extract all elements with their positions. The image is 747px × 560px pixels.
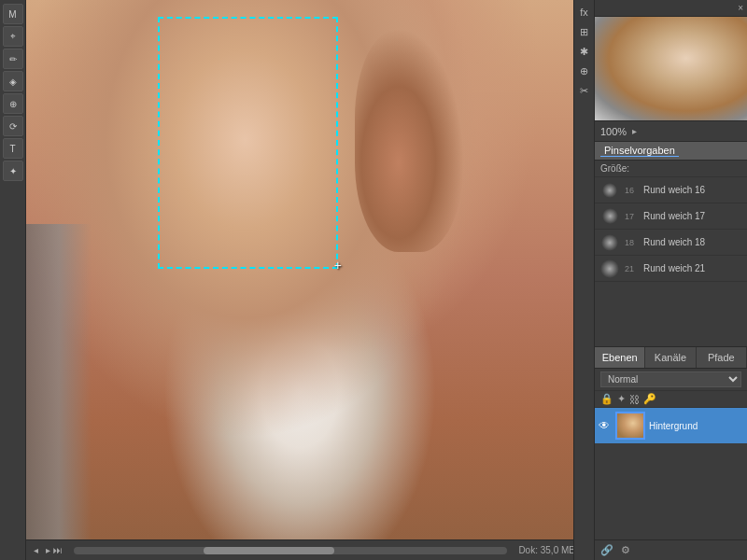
zoom-row: 100% ▸ [595, 121, 747, 142]
brush-item-18[interactable]: 18Rund weich 18 [595, 230, 747, 256]
brush-label-21: Rund weich 21 [643, 263, 705, 273]
brush-label-17: Rund weich 17 [643, 211, 705, 221]
tab-pfade[interactable]: Pfade [697, 347, 747, 368]
tool-clone[interactable]: ◈ [3, 71, 23, 91]
right-panel-bottom: 🔗 ⚙ [595, 539, 747, 560]
layer-row-hintergrund[interactable]: 👁 Hintergrund [595, 408, 747, 443]
tool-pen[interactable]: ✦ [3, 161, 23, 181]
doc-info: Dok: 35,0 MB/35,0 MB [518, 545, 573, 555]
canvas-background: + [26, 0, 573, 560]
thumbnail-bar: × [595, 0, 747, 17]
layers-panel: Ebenen Kanäle Pfade Normal 🔒 ✦ ⛓ 🔑 👁 Hin… [595, 347, 747, 539]
tool-type[interactable]: T [3, 138, 23, 159]
brush-preview-16 [600, 181, 619, 200]
status-arrow-left[interactable]: ◂ [34, 545, 38, 555]
play-button[interactable]: ▸ [46, 545, 50, 555]
layer-thumbnail [615, 412, 645, 440]
brush-size-row: Größe: [595, 161, 747, 177]
brush-item-16[interactable]: 16Rund weich 16 [595, 177, 747, 203]
skip-button[interactable]: ⏭ [53, 545, 63, 555]
brush-num-17: 17 [625, 212, 638, 221]
brush-preview-17 [600, 207, 619, 226]
tool-brush[interactable]: ✏ [3, 49, 23, 69]
options-icon[interactable]: ⚙ [621, 544, 630, 556]
brush-size-label: Größe: [600, 163, 629, 174]
brush-item-21[interactable]: 21Rund weich 21 [595, 256, 747, 282]
canvas-area[interactable]: + ◂ ▸ ⏭ Dok: 35,0 MB/35,0 MB [26, 0, 573, 560]
link-icon[interactable]: 🔗 [600, 544, 613, 556]
zoom-value: 100% [600, 126, 627, 137]
face-left-edge [26, 224, 92, 560]
brush-panel-header: Pinselvorgaben [595, 142, 747, 161]
canvas-right-toolbar: fx ⊞ ✱ ⊕ ✂ [573, 0, 594, 560]
left-toolbar: M ⌖ ✏ ◈ ⊕ ⟳ T ✦ [0, 0, 26, 560]
layer-visibility-eye[interactable]: 👁 [599, 419, 612, 432]
brush-panel-tab[interactable]: Pinselvorgaben [600, 145, 679, 157]
thumbnail-image [595, 17, 747, 120]
tab-ebenen[interactable]: Ebenen [595, 347, 645, 368]
brush-label-16: Rund weich 16 [643, 185, 705, 195]
brush-preview-21 [600, 259, 619, 278]
star-icon[interactable]: ✱ [576, 43, 593, 60]
fill-row: 🔒 ✦ ⛓ 🔑 [595, 391, 747, 408]
face-photo [26, 0, 573, 560]
thumbnail-area: × [595, 0, 747, 121]
blend-row: Normal [595, 369, 747, 391]
horizontal-scrollbar[interactable] [74, 547, 507, 554]
zoom-arrow[interactable]: ▸ [632, 126, 637, 136]
thumbnail-close[interactable]: × [738, 3, 743, 13]
status-bar: ◂ ▸ ⏭ Dok: 35,0 MB/35,0 MB [26, 539, 573, 560]
tools-icon[interactable]: ✂ [576, 82, 593, 99]
brush-num-21: 21 [625, 264, 638, 273]
move-icon[interactable]: ✦ [617, 393, 626, 405]
tool-eraser[interactable]: ⊕ [3, 93, 23, 114]
brush-panel: Pinselvorgaben Größe: 16Rund weich 1617R… [595, 142, 747, 347]
brush-num-18: 18 [625, 238, 638, 247]
tab-kanaele[interactable]: Kanäle [645, 347, 696, 368]
scrollbar-thumb [204, 547, 333, 554]
brush-num-16: 16 [625, 186, 638, 195]
brush-label-18: Rund weich 18 [643, 237, 705, 247]
tool-lasso[interactable]: ⌖ [3, 26, 23, 47]
crosshair-icon[interactable]: ⊕ [576, 63, 593, 79]
layer-name: Hintergrund [649, 421, 743, 431]
chain-icon[interactable]: ⛓ [629, 394, 640, 405]
tool-gradient[interactable]: ⟳ [3, 116, 23, 136]
fill-lock-icon[interactable]: 🔑 [643, 393, 656, 405]
right-panel: × 100% ▸ Pinselvorgaben Größe: 16Rund we… [594, 0, 747, 560]
nose-area [355, 28, 464, 252]
tool-marquee[interactable]: M [3, 4, 23, 24]
brush-list[interactable]: 16Rund weich 1617Rund weich 1718Rund wei… [595, 177, 747, 341]
blend-mode-select[interactable]: Normal [600, 371, 741, 387]
grid-icon[interactable]: ⊞ [576, 23, 593, 40]
layers-tabs: Ebenen Kanäle Pfade [595, 347, 747, 369]
fx-icon[interactable]: fx [576, 4, 593, 21]
brush-preview-18 [600, 233, 619, 252]
lock-icon[interactable]: 🔒 [600, 393, 613, 405]
playback-controls: ▸ ⏭ [46, 545, 63, 555]
brush-item-17[interactable]: 17Rund weich 17 [595, 203, 747, 230]
